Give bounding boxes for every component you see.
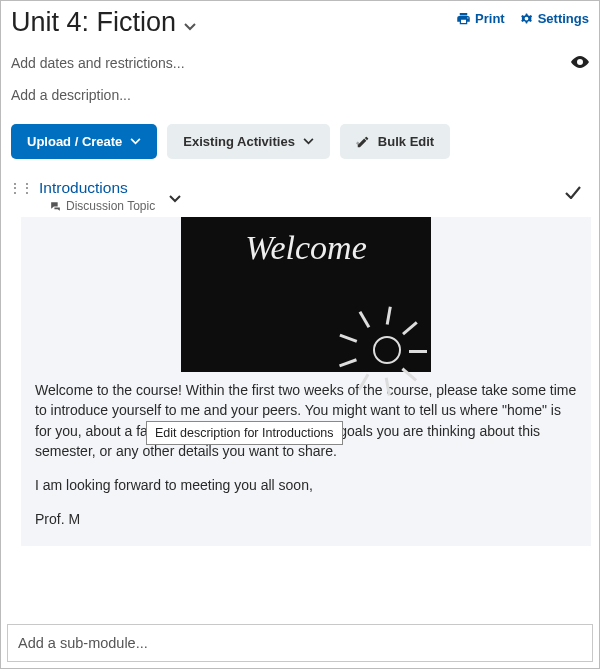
header-actions: Print Settings xyxy=(456,7,589,26)
topic-title-link[interactable]: Introductions xyxy=(39,179,128,196)
topic-item: ⋮⋮ Introductions Discussion Topic Welcom… xyxy=(7,177,593,546)
print-label: Print xyxy=(475,11,505,26)
existing-activities-button[interactable]: Existing Activities xyxy=(167,124,330,159)
bulk-edit-icon xyxy=(356,135,370,149)
topic-type-label: Discussion Topic xyxy=(66,199,155,213)
chevron-down-icon xyxy=(303,138,314,145)
gear-icon xyxy=(519,11,534,26)
drag-handle-icon[interactable]: ⋮⋮ xyxy=(7,179,39,193)
bulk-edit-button[interactable]: Bulk Edit xyxy=(340,124,450,159)
dates-restrictions-row[interactable]: Add dates and restrictions... xyxy=(1,40,599,74)
completion-check-icon[interactable] xyxy=(565,185,587,203)
upload-create-label: Upload / Create xyxy=(27,134,122,149)
description-placeholder: Add a description... xyxy=(11,87,131,103)
topic-header: ⋮⋮ Introductions Discussion Topic xyxy=(7,177,593,217)
topic-description[interactable]: Welcome to the course! Within the first … xyxy=(21,372,591,530)
welcome-image-text: Welcome xyxy=(181,229,431,267)
topic-dropdown-icon[interactable] xyxy=(169,189,181,207)
sun-drawing xyxy=(373,336,401,364)
description-row[interactable]: Add a description... xyxy=(1,74,599,110)
chevron-down-icon xyxy=(130,138,141,145)
topic-paragraph-2: I am looking forward to meeting you all … xyxy=(35,475,577,495)
print-button[interactable]: Print xyxy=(456,11,505,26)
sub-module-placeholder: Add a sub-module... xyxy=(18,635,148,651)
add-sub-module-input[interactable]: Add a sub-module... xyxy=(7,624,593,662)
topic-content: Welcome Welcome to the course! Within th… xyxy=(21,217,591,546)
bulk-edit-label: Bulk Edit xyxy=(378,134,434,149)
topic-signature: Prof. M xyxy=(35,509,577,529)
settings-button[interactable]: Settings xyxy=(519,11,589,26)
action-toolbar: Upload / Create Existing Activities Bulk… xyxy=(1,110,599,177)
upload-create-button[interactable]: Upload / Create xyxy=(11,124,157,159)
existing-activities-label: Existing Activities xyxy=(183,134,295,149)
discussion-icon xyxy=(49,200,62,213)
topic-type: Discussion Topic xyxy=(49,199,155,213)
settings-label: Settings xyxy=(538,11,589,26)
page-header: Unit 4: Fiction Print Settings xyxy=(1,1,599,40)
print-icon xyxy=(456,11,471,26)
visibility-icon[interactable] xyxy=(571,54,589,72)
title-dropdown-icon[interactable] xyxy=(184,17,196,35)
topic-title-group: Introductions Discussion Topic xyxy=(39,179,155,213)
page-title[interactable]: Unit 4: Fiction xyxy=(11,7,176,38)
welcome-image: Welcome xyxy=(181,217,431,372)
edit-description-tooltip: Edit description for Introductions xyxy=(146,421,343,445)
dates-placeholder: Add dates and restrictions... xyxy=(11,55,185,71)
